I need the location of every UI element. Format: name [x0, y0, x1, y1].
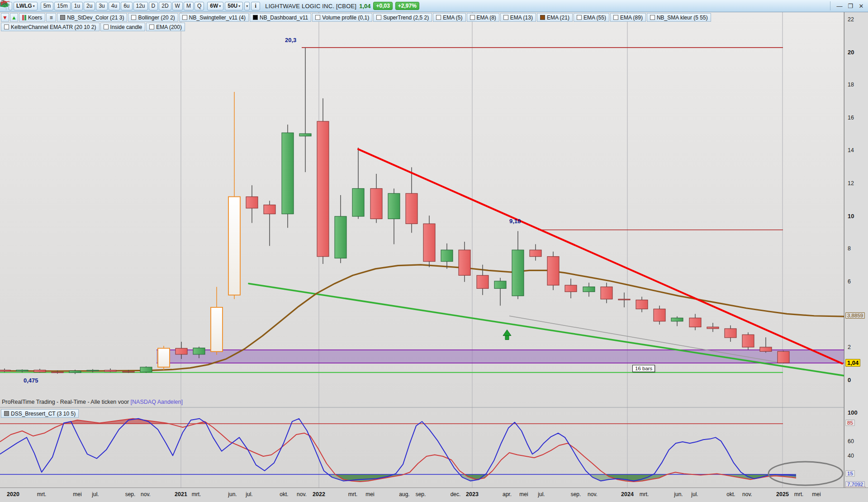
symbol-label: LWLG — [16, 2, 32, 10]
timeframe-button-2d[interactable]: 2D — [159, 2, 171, 10]
timeframe-button-15m[interactable]: 15m — [54, 2, 70, 10]
minimize-button[interactable]: — — [835, 3, 844, 10]
time-axis-year-label: 2022 — [313, 491, 325, 497]
price-axis-label: 20 — [848, 49, 854, 56]
price-axis-label: 22 — [848, 16, 854, 23]
price-axis[interactable]: 22201816141210862010060407,70926,08153,8… — [844, 12, 868, 488]
indicator-toggle-nb-dashboard-v11[interactable]: NB_Dashboard_v11 — [250, 13, 311, 22]
price-axis-label: 100 — [848, 409, 858, 416]
koers-label: Koers — [28, 14, 42, 21]
indicator-toggle-ema-21-[interactable]: EMA (21) — [537, 13, 573, 22]
checkbox-icon — [182, 15, 187, 20]
time-axis-month-label: mrt. — [640, 491, 649, 497]
time-axis-month-label: mei — [812, 491, 821, 497]
indicator-toggle-volume-profile-0-1-[interactable]: Volume profile (0,1) — [312, 13, 372, 22]
chevron-down-icon: ▾ — [246, 2, 248, 10]
indicator-toggle-supertrend-2-5-2-[interactable]: SuperTrend (2,5 2) — [373, 13, 432, 22]
market-data-link[interactable]: [NASDAQ Aandelen] — [131, 399, 183, 405]
time-axis-month-label: mrt. — [37, 491, 47, 497]
checkbox-icon — [131, 15, 136, 20]
scroll-down-button[interactable]: ▼ — [1, 13, 9, 22]
time-axis-month-label: nov. — [588, 491, 598, 497]
timeframe-button-m[interactable]: M — [184, 2, 194, 10]
time-axis-month-label: nov. — [141, 491, 151, 497]
dss-bressert-indicator-button[interactable]: DSS_Bressert_CT (3 10 5) — [1, 409, 79, 418]
timeframe-button-12u[interactable]: 12u — [133, 2, 148, 10]
instrument-header: LIGHTWAVE LOGIC INC. [CBOE] 1,04 +0,03 +… — [265, 2, 419, 10]
indicator-toggle-ema-89-[interactable]: EMA (89) — [610, 13, 646, 22]
timeframe-button-4u[interactable]: 4u — [109, 2, 120, 10]
symbol-dropdown[interactable]: LWLG▾ — [14, 2, 38, 10]
timeframe-6w-dropdown[interactable]: 6W▾ — [207, 2, 223, 10]
price-axis-label: 6 — [848, 278, 851, 285]
support-price-annotation: 0,475 — [24, 377, 38, 384]
koers-candle-icon — [22, 15, 26, 20]
time-axis-month-label: sep. — [416, 491, 426, 497]
checkbox-icon — [149, 24, 154, 29]
high-price-annotation: 20,3 — [285, 37, 296, 43]
toolbar-divider — [830, 1, 830, 10]
main-toolbar: LWLG▾ 5m15m1u2u3u4u6u12uD2DWMQ 6W▾ 50U▾ … — [0, 0, 868, 12]
price-change-badge: +0,03 — [373, 2, 392, 10]
ema-value-badge: 3,8859 — [845, 312, 865, 319]
indicator-toggle-keltnerchannel-ema-atr-20-10-2-[interactable]: KeltnerChannel EMA ATR (20 10 2) — [1, 23, 100, 31]
time-axis-month-label: sep. — [125, 491, 136, 497]
timeframe-button-5m[interactable]: 5m — [41, 2, 54, 10]
time-axis-month-label: jul. — [538, 491, 545, 497]
overbought-level-badge: 85 — [845, 420, 855, 426]
indicator-toggle-ema-13-[interactable]: EMA (13) — [500, 13, 536, 22]
indicator-toggle-ema-55-[interactable]: EMA (55) — [574, 13, 609, 22]
last-price-badge: 1,04 — [845, 359, 860, 367]
chevron-down-icon: ▾ — [219, 2, 221, 10]
checkbox-icon — [503, 15, 508, 20]
indicator-list-button[interactable]: ≡ — [46, 13, 56, 22]
time-axis-year-label: 2025 — [776, 491, 789, 497]
bar-count-tooltip: 16 bars — [632, 365, 655, 372]
last-price: 1,04 — [359, 3, 370, 10]
restore-button[interactable]: ❐ — [846, 3, 854, 10]
indicator-toggle-nb-sma-kleur-5-55-[interactable]: NB_SMA kleur (5 55) — [647, 13, 711, 22]
time-axis-month-label: jul. — [92, 491, 99, 497]
color-swatch-icon — [540, 15, 545, 20]
price-axis-label: 8 — [848, 245, 851, 252]
refresh-icon — [0, 0, 9, 8]
timeframe-button-group: 5m15m1u2u3u4u6u12uD2DWMQ — [41, 2, 204, 10]
timeframe-button-w[interactable]: W — [172, 2, 183, 10]
time-axis-month-label: okt. — [280, 491, 288, 497]
indicator-toggle-bollinger-20-2-[interactable]: Bollinger (20 2) — [128, 13, 178, 22]
time-axis-month-label: okt. — [726, 491, 735, 497]
price-series-button[interactable]: Koers — [19, 13, 45, 22]
instrument-info-button[interactable]: i — [251, 2, 260, 10]
checkbox-icon — [613, 15, 618, 20]
checkbox-icon — [4, 24, 9, 29]
time-axis-month-label: mei — [73, 491, 81, 497]
scroll-up-button[interactable]: ▲ — [10, 13, 18, 22]
timeframe-button-d[interactable]: D — [149, 2, 158, 10]
timeframe-button-6u[interactable]: 6u — [121, 2, 132, 10]
price-chart-canvas[interactable] — [0, 0, 868, 502]
price-axis-label: 14 — [848, 147, 854, 153]
indicator-toggle-ema-8-[interactable]: EMA (8) — [467, 13, 499, 22]
checkbox-icon — [315, 15, 320, 20]
indicator-toggle-inside-candle[interactable]: Inside candle — [100, 23, 146, 31]
chart-style-dropdown[interactable]: ▾ — [244, 2, 250, 10]
price-axis-label: 16 — [848, 115, 854, 121]
checkbox-icon — [470, 15, 475, 20]
timeframe-button-q[interactable]: Q — [194, 2, 204, 10]
timeframe-button-2u[interactable]: 2u — [84, 2, 95, 10]
time-axis-year-label: 2021 — [175, 491, 187, 497]
timeframe-button-1u[interactable]: 1u — [71, 2, 83, 10]
time-axis-month-label: jul. — [691, 491, 698, 497]
units-dropdown[interactable]: 50U▾ — [225, 2, 243, 10]
time-axis[interactable]: 2020mrt.meijul.sep.nov.2021mrt.jun.jul.o… — [0, 488, 868, 502]
close-button[interactable]: ✕ — [857, 3, 865, 10]
price-axis-label: 0 — [848, 377, 851, 383]
time-axis-month-label: sep. — [571, 491, 581, 497]
indicator-toggle-ema-200-[interactable]: EMA (200) — [146, 23, 185, 31]
refresh-button[interactable] — [825, 2, 828, 10]
indicator-toggle-nb-swingteller-v11-4-[interactable]: NB_Swingteller_v11 (4) — [179, 13, 249, 22]
timeframe-button-3u[interactable]: 3u — [96, 2, 107, 10]
indicator-toggle-ema-5-[interactable]: EMA (5) — [433, 13, 465, 22]
time-axis-month-label: nov. — [297, 491, 307, 497]
indicator-toggle-nb-stdev-color-21-3-[interactable]: NB_StDev_Color (21 3) — [57, 13, 127, 22]
